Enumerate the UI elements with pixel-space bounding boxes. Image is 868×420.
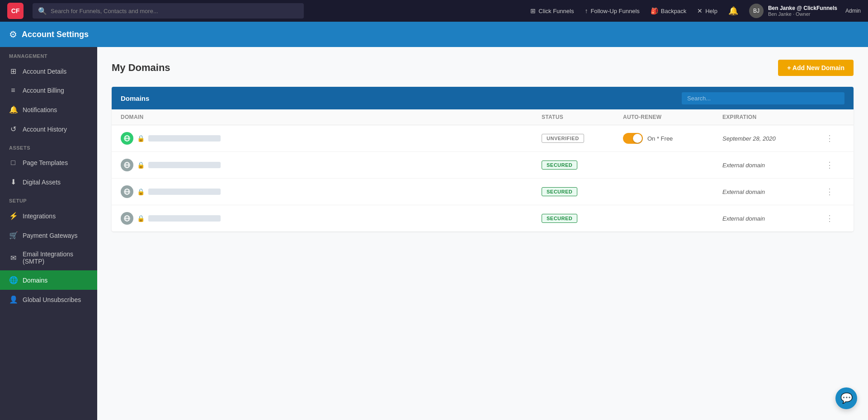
expiration-text: External domain	[722, 189, 765, 195]
sidebar-item-notifications[interactable]: 🔔 Notifications	[0, 100, 97, 119]
nav-links: ⊞ Click Funnels ↑ Follow-Up Funnels 🎒 Ba…	[530, 4, 861, 18]
table-header: Domain Status Auto-Renew Expiration	[112, 109, 854, 125]
table-row: 🔒 SECURED External domain ⋮	[112, 179, 854, 205]
backpack-link[interactable]: 🎒 Backpack	[651, 7, 686, 14]
row-menu-button[interactable]: ⋮	[822, 185, 837, 198]
sidebar-item-email-integrations[interactable]: ✉ Email Integrations (SMTP)	[0, 245, 97, 270]
domain-name-blurred	[148, 162, 221, 168]
notifications-bell-icon[interactable]: 🔔	[728, 6, 738, 16]
search-input[interactable]	[51, 8, 298, 14]
domains-card-header: Domains	[112, 87, 854, 109]
sidebar-item-page-templates[interactable]: □ Page Templates	[0, 153, 97, 172]
main-layout: Management ⊞ Account Details ≡ Account B…	[0, 47, 868, 420]
payment-gateways-icon: 🛒	[9, 231, 17, 240]
actions-cell: ⋮	[822, 158, 844, 172]
sidebar-item-digital-assets[interactable]: ⬇ Digital Assets	[0, 172, 97, 192]
row-menu-button[interactable]: ⋮	[822, 212, 837, 225]
expiration-text: September 28, 2020	[722, 135, 776, 142]
email-integrations-icon: ✉	[9, 254, 17, 262]
follow-up-icon: ↑	[585, 7, 588, 14]
table-row: 🔒 SECURED External domain ⋮	[112, 205, 854, 231]
account-history-icon: ↺	[9, 125, 17, 133]
logo: CF	[7, 3, 24, 19]
setup-section-label: Setup	[0, 192, 97, 206]
integrations-icon: ⚡	[9, 212, 17, 220]
domain-name-blurred	[148, 135, 221, 142]
admin-badge: Admin	[845, 8, 861, 14]
sidebar-item-account-details[interactable]: ⊞ Account Details	[0, 61, 97, 81]
main-content: My Domains + Add New Domain Domains Doma…	[97, 47, 868, 420]
page-title: My Domains	[112, 62, 170, 74]
column-status: Status	[542, 114, 623, 120]
follow-up-funnels-link[interactable]: ↑ Follow-Up Funnels	[585, 7, 639, 14]
domain-cell: 🔒	[121, 132, 542, 145]
sidebar-item-payment-gateways[interactable]: 🛒 Payment Gateways	[0, 226, 97, 245]
row-menu-button[interactable]: ⋮	[822, 132, 837, 145]
account-details-icon: ⊞	[9, 67, 17, 76]
actions-cell: ⋮	[822, 212, 844, 225]
expiration-text: External domain	[722, 215, 765, 222]
avatar: BJ	[749, 4, 764, 18]
sidebar-item-label: Notifications	[23, 106, 57, 113]
account-settings-header: ⚙ Account Settings	[0, 22, 868, 47]
sidebar-item-domains[interactable]: 🌐 Domains	[0, 270, 97, 290]
sidebar-item-account-billing[interactable]: ≡ Account Billing	[0, 81, 97, 100]
status-cell: UNVERIFIED	[542, 134, 623, 143]
column-auto-renew: Auto-Renew	[623, 114, 722, 120]
domains-icon: 🌐	[9, 276, 17, 284]
status-badge: UNVERIFIED	[542, 134, 584, 143]
sidebar-item-label: Page Templates	[23, 159, 68, 166]
sidebar-item-label: Digital Assets	[23, 179, 61, 186]
domains-card-title: Domains	[121, 94, 149, 102]
table-row: 🔒 UNVERIFIED On * Free September 28, 202…	[112, 125, 854, 152]
domain-cell: 🔒	[121, 159, 542, 171]
domains-search-input[interactable]	[682, 92, 844, 104]
search-icon: 🔍	[38, 7, 47, 15]
sidebar-item-account-history[interactable]: ↺ Account History	[0, 119, 97, 139]
sidebar-item-integrations[interactable]: ⚡ Integrations	[0, 206, 97, 226]
help-link[interactable]: ✕ Help	[697, 7, 717, 14]
auto-renew-cell: On * Free	[623, 133, 722, 144]
digital-assets-icon: ⬇	[9, 178, 17, 186]
auto-renew-toggle[interactable]	[623, 133, 643, 144]
lock-icon: 🔒	[137, 161, 145, 169]
auto-renew-label: On * Free	[647, 135, 673, 142]
row-menu-button[interactable]: ⋮	[822, 158, 837, 172]
lock-icon: 🔒	[137, 188, 145, 195]
global-unsubscribes-icon: 👤	[9, 295, 17, 304]
chat-widget[interactable]: 💬	[835, 387, 857, 409]
backpack-icon: 🎒	[651, 7, 658, 14]
table-row: 🔒 SECURED External domain ⋮	[112, 152, 854, 179]
add-new-domain-button[interactable]: + Add New Domain	[778, 60, 854, 76]
expiration-cell: September 28, 2020	[722, 134, 822, 142]
column-expiration: Expiration	[722, 114, 822, 120]
domain-icon-grey	[121, 159, 133, 171]
domain-icon-grey	[121, 185, 133, 198]
account-billing-icon: ≡	[9, 86, 17, 94]
lock-icon: 🔒	[137, 215, 145, 222]
user-menu[interactable]: BJ Ben Janke @ ClickFunnels Ben Janke · …	[749, 4, 861, 18]
expiration-cell: External domain	[722, 214, 822, 222]
sidebar-item-label: Account Billing	[23, 87, 64, 94]
status-badge: SECURED	[542, 187, 577, 196]
sidebar: Management ⊞ Account Details ≡ Account B…	[0, 47, 97, 420]
domains-card: Domains Domain Status Auto-Renew Expirat…	[112, 87, 854, 231]
settings-icon: ⚙	[9, 29, 17, 40]
domain-name-blurred	[148, 189, 221, 195]
status-badge: SECURED	[542, 214, 577, 223]
click-funnels-link[interactable]: ⊞ Click Funnels	[530, 7, 574, 14]
expiration-cell: External domain	[722, 161, 822, 169]
status-cell: SECURED	[542, 214, 623, 223]
status-cell: SECURED	[542, 187, 623, 196]
column-actions	[822, 114, 844, 120]
status-badge: SECURED	[542, 160, 577, 170]
expiration-text: External domain	[722, 162, 765, 169]
sidebar-item-global-unsubscribes[interactable]: 👤 Global Unsubscribes	[0, 290, 97, 309]
sidebar-item-label: Account History	[23, 126, 67, 133]
search-bar[interactable]: 🔍	[33, 3, 304, 19]
column-domain: Domain	[121, 114, 542, 120]
domain-cell: 🔒	[121, 185, 542, 198]
assets-section-label: Assets	[0, 139, 97, 153]
domain-icon-grey	[121, 212, 133, 225]
domain-cell: 🔒	[121, 212, 542, 225]
